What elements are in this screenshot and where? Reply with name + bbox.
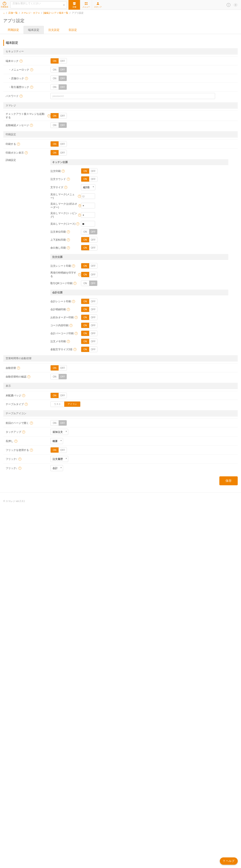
- store-select[interactable]: 店舗を選択してください ▾: [10, 1, 67, 8]
- toggle-barcode-print[interactable]: ONOFF: [81, 331, 97, 336]
- help-icon[interactable]: ?: [78, 195, 81, 198]
- help-icon[interactable]: ?: [25, 403, 28, 406]
- help-icon[interactable]: ?: [30, 68, 33, 71]
- toggle-do-print[interactable]: ONOFF: [50, 141, 67, 147]
- toggle-print-button[interactable]: ONOFF: [50, 150, 67, 155]
- help-icon[interactable]: ?: [72, 265, 75, 268]
- help-icon[interactable]: ?: [17, 367, 20, 370]
- toggle-unassigned-badge[interactable]: ONOFF: [50, 393, 67, 398]
- home-icon[interactable]: ⌂: [3, 12, 5, 14]
- toggle-menu-lock[interactable]: ONOFF: [50, 67, 67, 72]
- help-icon[interactable]: ?: [22, 394, 25, 397]
- help-icon[interactable]: ?: [78, 214, 81, 217]
- help-icon[interactable]: ?: [67, 340, 70, 343]
- help-icon[interactable]: ?: [74, 332, 78, 335]
- row-store-lock: ・店舗ロック? ONOFF: [3, 74, 238, 83]
- help-icon[interactable]: ?: [48, 114, 50, 117]
- toggle-qr-print[interactable]: ONOFF: [81, 280, 97, 286]
- help-icon[interactable]: ?: [30, 448, 33, 452]
- help-icon[interactable]: ?: [67, 178, 70, 181]
- help-icon[interactable]: ?: [74, 316, 78, 319]
- toggle-order-receipt[interactable]: ONOFF: [81, 263, 97, 269]
- tab-terminal[interactable]: 端末設定: [24, 26, 44, 34]
- group-auto-switch: 営業時間帯の自動切替: [3, 355, 238, 362]
- help-icon[interactable]: ?: [22, 431, 25, 434]
- password-input[interactable]: [50, 93, 215, 99]
- toggle-reissue-detail[interactable]: ONOFF: [81, 272, 97, 277]
- toggle-amount-2x[interactable]: ONOFF: [81, 346, 97, 352]
- tab-store[interactable]: 店舗: [68, 0, 80, 10]
- toggle-history-lock[interactable]: ONOFF: [50, 84, 67, 90]
- help-icon[interactable]: ?: [27, 375, 30, 378]
- tab-menu[interactable]: メニュー: [80, 0, 92, 10]
- crumb-cafe[interactable]: スマレジ・カフェ: [21, 11, 40, 14]
- help-icon[interactable]: ?: [67, 246, 70, 249]
- toggle-store-lock[interactable]: ONOFF: [50, 75, 67, 81]
- help-icon[interactable]: ?: [18, 467, 22, 470]
- toggle-terminal-lock[interactable]: ONOFF: [50, 58, 67, 64]
- help-icon[interactable]: ?: [73, 282, 77, 285]
- toggle-memo-print[interactable]: ONOFF: [81, 339, 97, 344]
- detail-block: 詳細設定 キッチン伝票 注文印刷?ONOFF 注文サウンド?ONOFF 文字サイ…: [3, 157, 238, 353]
- toggle-checkout-launch[interactable]: ONOFF: [50, 113, 67, 119]
- help-icon[interactable]: ?: [78, 273, 81, 276]
- toggle-account-receipt[interactable]: ONOFF: [81, 299, 97, 304]
- crumb-stores[interactable]: 店舗一覧: [8, 11, 18, 14]
- help-icon[interactable]: ?: [79, 204, 81, 207]
- input-mark-okonomi[interactable]: [81, 203, 95, 209]
- help-icon[interactable]: ?: [64, 186, 67, 189]
- toggle-okonomi-print[interactable]: ONOFF: [81, 314, 97, 320]
- help-icon[interactable]: ?: [18, 458, 22, 461]
- save-button[interactable]: 保存: [219, 476, 238, 485]
- help-icon[interactable]: ?: [25, 151, 28, 154]
- toggle-order-sound[interactable]: ONOFF: [81, 176, 97, 182]
- help-icon[interactable]: ?: [20, 60, 23, 63]
- group-print: 印刷設定: [3, 131, 238, 137]
- toggle-account-detail[interactable]: ONOFF: [81, 307, 97, 312]
- help-icon[interactable]: ?: [72, 300, 75, 303]
- help-icon[interactable]: ?: [17, 143, 20, 146]
- help-icon[interactable]: ?: [73, 348, 77, 351]
- input-mark-course[interactable]: [81, 221, 95, 226]
- toggle-auto-switch[interactable]: ONOFF: [50, 365, 67, 371]
- help-icon[interactable]: ?: [25, 77, 28, 80]
- select-font-size[interactable]: 縦2倍: [81, 184, 95, 190]
- tab-sound[interactable]: 音設定: [64, 26, 82, 34]
- toggle-order-unit[interactable]: ONOFF: [81, 229, 97, 235]
- toggle-course-content[interactable]: ONOFF: [81, 322, 97, 328]
- tab-sync[interactable]: 同期設定: [3, 26, 24, 34]
- help-icon[interactable]: ?: [76, 222, 79, 225]
- toggle-prev-page[interactable]: ONOFF: [50, 420, 67, 426]
- help-icon[interactable]: ?: [30, 124, 33, 127]
- toggle-startup-confirm[interactable]: ONOFF: [50, 122, 67, 128]
- input-mark-menu[interactable]: [81, 193, 95, 199]
- crumb-handy[interactable]: [編集]ハンディ端末一覧: [43, 11, 68, 14]
- select-flick-down[interactable]: 会計: [50, 465, 63, 471]
- help-icon[interactable]: ?: [67, 238, 70, 241]
- svg-point-6: [97, 2, 98, 3]
- help-icon[interactable]: ?: [30, 86, 33, 89]
- help-icon[interactable]: ?: [30, 422, 33, 425]
- select-touch-up[interactable]: 追加注文: [50, 429, 68, 435]
- input-mark-topping[interactable]: [81, 212, 95, 218]
- help-icon[interactable]: ?: [14, 440, 18, 443]
- help-icon[interactable]: ?: [69, 324, 72, 327]
- help-icon[interactable]: ?: [67, 308, 70, 311]
- help-icon[interactable]: ?: [20, 95, 23, 98]
- svg-rect-5: [86, 4, 87, 5]
- select-flick-up[interactable]: 注文履歴: [50, 456, 68, 462]
- gear-icon[interactable]: [234, 3, 238, 7]
- toggle-use-flick[interactable]: ONOFF: [50, 447, 67, 453]
- help-icon[interactable]: ?: [62, 169, 65, 173]
- seg-table-type[interactable]: リストアイコン: [50, 401, 81, 407]
- toggle-auto-switch-confirm[interactable]: ONOFF: [50, 374, 67, 379]
- tab-order[interactable]: 注文設定: [44, 26, 64, 34]
- tab-staff[interactable]: スタッフ: [92, 0, 103, 10]
- help-icon[interactable]: ?: [67, 230, 70, 234]
- info-icon[interactable]: [227, 3, 231, 7]
- toggle-no-margin[interactable]: ONOFF: [81, 245, 97, 250]
- toggle-order-print[interactable]: ONOFF: [81, 168, 97, 174]
- row-menu-lock: ・メニューロック? ONOFF: [3, 65, 238, 74]
- select-long-press[interactable]: 概要: [50, 438, 63, 444]
- toggle-upside-down[interactable]: ONOFF: [81, 237, 97, 243]
